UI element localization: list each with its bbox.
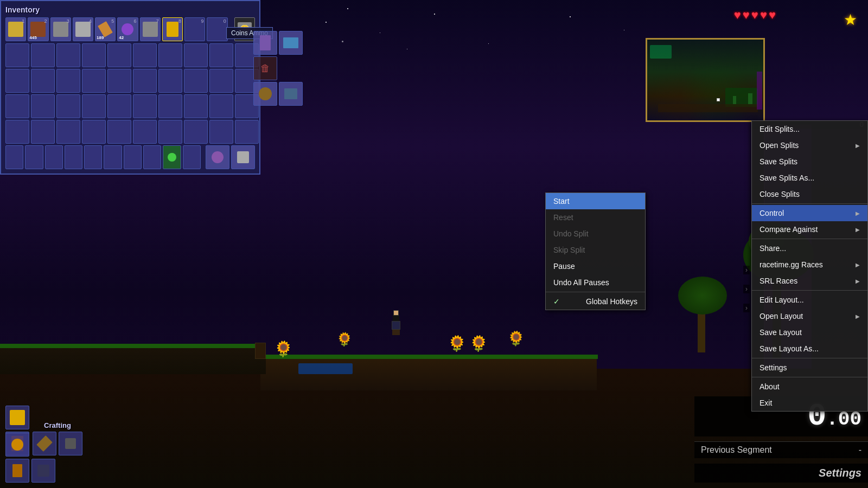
star <box>326 22 327 23</box>
inv-slot[interactable] <box>5 120 29 144</box>
inv-slot[interactable] <box>5 69 29 93</box>
menu-share[interactable]: Share... <box>752 240 867 256</box>
menu-open-splits[interactable]: Open Splits ▶ <box>752 137 867 153</box>
inv-slot[interactable] <box>5 43 29 67</box>
inv-slot[interactable] <box>104 145 122 169</box>
crafting-slot[interactable] <box>59 432 82 455</box>
menu-save-splits[interactable]: Save Splits <box>752 153 867 170</box>
inv-slot[interactable] <box>107 69 131 93</box>
inv-slot[interactable] <box>133 120 157 144</box>
ctx-divider <box>546 292 645 292</box>
minimap-tree2 <box>733 96 736 104</box>
inv-slot[interactable] <box>143 145 161 169</box>
equipment-slot[interactable] <box>279 31 303 55</box>
inv-slot[interactable] <box>31 94 55 118</box>
inv-slot[interactable] <box>209 94 233 118</box>
inv-slot[interactable] <box>31 120 55 144</box>
sunflower3: 🌻 <box>448 335 467 352</box>
inv-slot[interactable] <box>133 94 157 118</box>
menu-save-layout-as[interactable]: Save Layout As... <box>752 341 867 357</box>
menu-edit-splits[interactable]: Edit Splits... <box>752 121 867 137</box>
heart2: ♥ <box>743 8 750 22</box>
crafting-slot-bottom[interactable] <box>5 433 29 457</box>
inv-slot[interactable] <box>56 69 80 93</box>
menu-open-layout[interactable]: Open Layout ▶ <box>752 308 867 324</box>
inv-slot[interactable] <box>209 69 233 93</box>
hotbar-slot-9[interactable]: 9 <box>184 17 205 41</box>
inv-slot[interactable] <box>56 43 80 67</box>
inv-slot[interactable] <box>133 43 157 67</box>
inv-slot[interactable] <box>158 43 182 67</box>
ctx-start[interactable]: Start <box>546 193 645 209</box>
inv-slot[interactable] <box>56 94 80 118</box>
menu-about[interactable]: About <box>752 378 867 395</box>
hotbar-slot-3[interactable]: 3 <box>50 17 71 41</box>
inv-slot[interactable] <box>82 120 106 144</box>
inv-slot[interactable] <box>235 120 259 144</box>
inv-slot-green[interactable] <box>163 145 181 169</box>
menu-srl-races[interactable]: SRL Races ▶ <box>752 273 867 289</box>
hotbar-slot-5[interactable]: 5 189 <box>95 17 116 41</box>
menu-save-splits-as[interactable]: Save Splits As... <box>752 170 867 186</box>
hotbar-slot-7[interactable]: 7 <box>140 17 161 41</box>
inv-slot[interactable] <box>56 120 80 144</box>
inv-slot[interactable] <box>183 145 201 169</box>
splits-context-menu[interactable]: Start Reset Undo Split Skip Split Pause … <box>545 192 646 310</box>
menu-control[interactable]: Control ▶ <box>752 205 867 221</box>
inv-slot[interactable] <box>124 145 142 169</box>
inv-slot[interactable] <box>107 94 131 118</box>
inv-slot[interactable] <box>31 69 55 93</box>
ctx-global-hotkeys[interactable]: ✓ Global Hotkeys <box>546 293 645 310</box>
inv-slot[interactable] <box>45 145 63 169</box>
equipment-slot[interactable] <box>279 82 303 106</box>
inv-slot[interactable] <box>5 94 29 118</box>
trash-slot[interactable]: 🗑 <box>253 56 277 80</box>
hotbar-slot-2[interactable]: 2 445 <box>28 17 48 41</box>
hotbar-slot-6[interactable]: 6 42 <box>117 17 138 41</box>
hotbar-slot-1[interactable]: 1 <box>5 17 26 41</box>
menu-racetime[interactable]: racetime.gg Races ▶ <box>752 256 867 273</box>
hotbar-slot-0[interactable]: 0 <box>207 17 227 41</box>
inv-slot[interactable] <box>82 94 106 118</box>
inv-slot[interactable] <box>184 69 208 93</box>
inv-slot[interactable] <box>158 120 182 144</box>
crafting-slot-bottom[interactable] <box>31 459 55 483</box>
heart3: ♥ <box>751 8 758 22</box>
inv-slot[interactable] <box>82 69 106 93</box>
ctx-pause[interactable]: Pause <box>546 258 645 274</box>
menu-close-splits[interactable]: Close Splits <box>752 186 867 202</box>
equipment-slot[interactable] <box>253 82 277 106</box>
inv-slot[interactable] <box>158 94 182 118</box>
crafting-result-slot[interactable] <box>5 406 29 429</box>
inv-slot[interactable] <box>31 43 55 67</box>
acc-slot[interactable] <box>231 145 255 169</box>
ctx-undo-all-pauses[interactable]: Undo All Pauses <box>546 274 645 291</box>
inv-slot[interactable] <box>133 69 157 93</box>
menu-settings[interactable]: Settings <box>752 359 867 376</box>
inv-slot[interactable] <box>107 120 131 144</box>
inv-slot[interactable] <box>184 94 208 118</box>
inv-slot[interactable] <box>82 43 106 67</box>
inv-slot[interactable] <box>158 69 182 93</box>
inv-slot[interactable] <box>184 43 208 67</box>
inv-slot[interactable] <box>5 145 23 169</box>
crafting-slot-bottom[interactable] <box>5 459 29 483</box>
livesplit-context-menu[interactable]: Edit Splits... Open Splits ▶ Save Splits… <box>751 120 868 412</box>
menu-edit-layout[interactable]: Edit Layout... <box>752 292 867 308</box>
inv-slot[interactable] <box>65 145 82 169</box>
acc-slot[interactable] <box>206 145 229 169</box>
hotbar-slot-4[interactable]: 4 <box>73 17 93 41</box>
inv-slot[interactable] <box>184 120 208 144</box>
inv-slot[interactable] <box>84 145 102 169</box>
inv-slot[interactable] <box>107 43 131 67</box>
inv-slot[interactable] <box>25 145 43 169</box>
menu-save-layout[interactable]: Save Layout <box>752 324 867 341</box>
hotbar-slot-8[interactable]: 8 <box>162 17 183 41</box>
menu-exit[interactable]: Exit <box>752 395 867 411</box>
menu-compare-against[interactable]: Compare Against ▶ <box>752 221 867 237</box>
settings-bar[interactable]: Settings <box>694 464 868 483</box>
open-splits-arrow: ▶ <box>856 143 860 149</box>
inv-slot[interactable] <box>209 120 233 144</box>
equipment-slot[interactable] <box>253 31 277 55</box>
inv-slot[interactable] <box>209 43 233 67</box>
